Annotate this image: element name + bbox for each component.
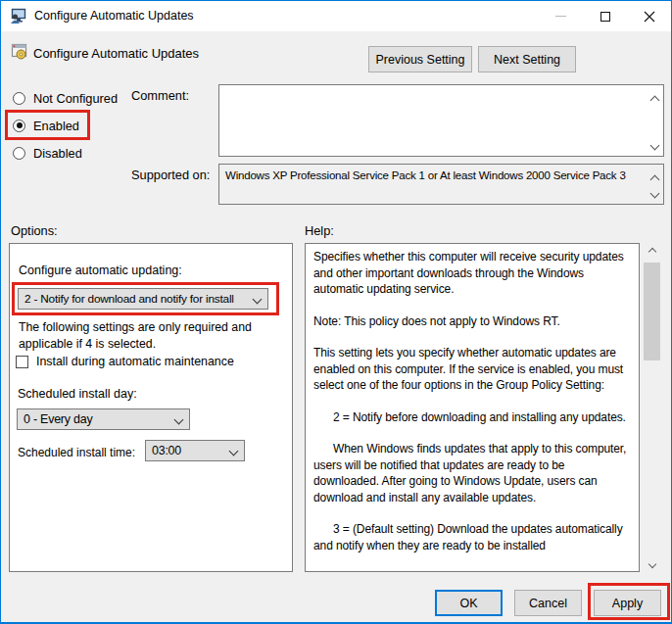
scheduled-install-time-value: 03:00: [146, 444, 230, 457]
comment-label: Comment:: [131, 88, 189, 103]
radio-icon: [13, 147, 25, 160]
scroll-down-icon[interactable]: [651, 135, 658, 153]
options-section-label: Options:: [11, 223, 58, 238]
configure-updating-label: Configure automatic updating:: [19, 264, 182, 277]
previous-setting-button[interactable]: Previous Setting: [368, 46, 472, 72]
supported-on-box: Windows XP Professional Service Pack 1 o…: [218, 164, 664, 205]
previous-setting-label: Previous Setting: [375, 53, 464, 67]
configure-automatic-updates-dialog: Configure Automatic Updates Configure Au…: [0, 0, 672, 624]
help-paragraph: Windows finds updates that apply to the …: [313, 569, 631, 572]
ok-button[interactable]: OK: [435, 590, 503, 616]
radio-icon: [13, 92, 25, 105]
help-paragraph: Specifies whether this computer will rec…: [313, 249, 631, 298]
help-scrollbar[interactable]: [644, 243, 660, 572]
scheduled-install-day-label: Scheduled install day:: [18, 387, 137, 401]
help-section-label: Help:: [305, 223, 334, 238]
group-policy-computer-icon: [10, 8, 26, 24]
configure-updating-select[interactable]: 2 - Notify for download and notify for i…: [18, 288, 268, 310]
help-paragraph: Note: This policy does not apply to Wind…: [313, 313, 631, 330]
help-paragraph: 2 = Notify before downloading and instal…: [313, 409, 631, 426]
scheduled-install-day-value: 0 - Every day: [18, 412, 175, 426]
supported-on-value: Windows XP Professional Service Pack 1 o…: [225, 169, 626, 181]
close-icon: [644, 11, 655, 23]
scroll-up-icon[interactable]: [651, 90, 658, 108]
chevron-down-icon: [174, 414, 184, 424]
scheduled-install-time-label: Scheduled install time:: [18, 446, 135, 459]
chevron-down-icon: [229, 446, 239, 456]
scrollbar-down-icon[interactable]: [644, 555, 660, 572]
maximize-icon: [600, 12, 610, 22]
help-paragraph: 3 = (Default setting) Download the updat…: [313, 521, 631, 553]
cancel-label: Cancel: [529, 597, 567, 610]
window-title: Configure Automatic Updates: [34, 9, 194, 23]
help-paragraph: This setting lets you specify whether au…: [313, 345, 631, 394]
maximize-button[interactable]: [583, 1, 627, 31]
cancel-button[interactable]: Cancel: [514, 590, 582, 616]
scroll-down-icon[interactable]: [651, 183, 658, 201]
scrollbar-up-icon[interactable]: [644, 243, 660, 260]
minimize-button: [539, 1, 583, 31]
policy-name-heading: Configure Automatic Updates: [33, 46, 199, 61]
radio-not-configured[interactable]: Not Configured: [13, 90, 118, 106]
radio-selected-icon: [13, 120, 25, 132]
scheduled-install-time-select[interactable]: 03:00: [145, 440, 245, 461]
install-during-maintenance-checkbox[interactable]: [16, 356, 28, 368]
radio-enabled-label: Enabled: [33, 119, 79, 133]
chevron-down-icon: [253, 294, 263, 304]
radio-enabled[interactable]: Enabled: [13, 118, 79, 133]
scrollbar-thumb[interactable]: [644, 263, 660, 360]
help-paragraph: When Windows finds updates that apply to…: [313, 441, 631, 505]
supported-on-label: Supported on:: [131, 168, 210, 182]
next-setting-label: Next Setting: [494, 53, 560, 67]
radio-not-configured-label: Not Configured: [33, 91, 118, 106]
apply-label: Apply: [612, 597, 643, 610]
radio-disabled[interactable]: Disabled: [13, 145, 82, 161]
close-button[interactable]: [627, 1, 671, 31]
options-panel: Configure automatic updating: 2 - Notify…: [9, 243, 293, 572]
minimize-icon: [555, 16, 566, 17]
apply-button[interactable]: Apply: [594, 590, 661, 616]
configure-updating-value: 2 - Notify for download and notify for i…: [19, 292, 254, 306]
help-text-panel: Specifies whether this computer will rec…: [305, 243, 640, 572]
install-during-maintenance-label: Install during automatic maintenance: [36, 355, 234, 368]
comment-textarea[interactable]: [218, 84, 664, 157]
radio-disabled-label: Disabled: [33, 146, 82, 161]
scheduled-install-day-select[interactable]: 0 - Every day: [17, 408, 190, 430]
next-setting-button[interactable]: Next Setting: [478, 46, 576, 72]
options-note-text: The following settings are only required…: [19, 319, 281, 352]
titlebar: Configure Automatic Updates: [1, 1, 671, 31]
ok-label: OK: [459, 597, 477, 610]
policy-setting-icon: [11, 43, 27, 60]
